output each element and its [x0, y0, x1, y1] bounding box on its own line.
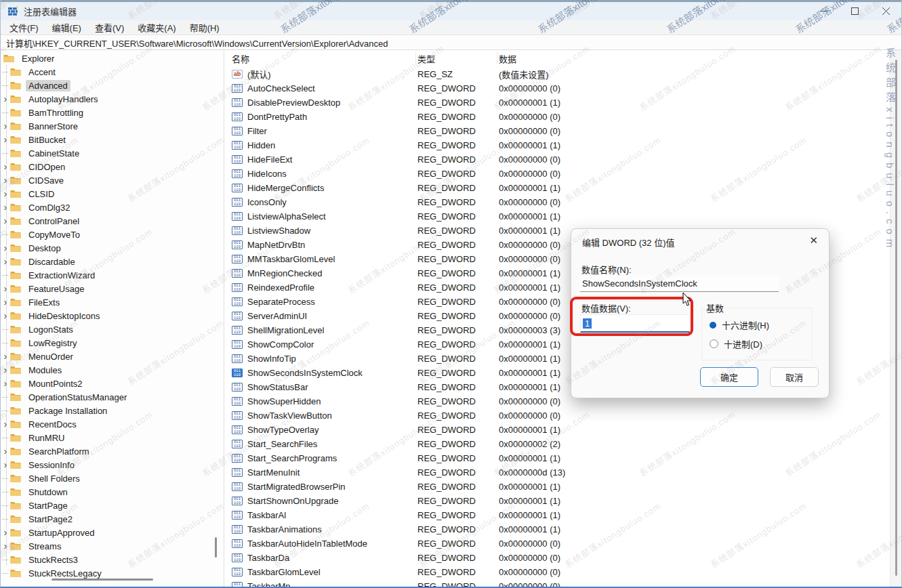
value-row-showtaskviewbutton[interactable]: 011110ShowTaskViewButtonREG_DWORD0x00000… [225, 408, 902, 423]
value-row-taskbarglomlevel[interactable]: 011110TaskbarGlomLevelREG_DWORD0x0000000… [225, 565, 902, 579]
tree-item-discardable[interactable]: ›Discardable [1, 255, 224, 268]
value-row-hidden[interactable]: 011110HiddenREG_DWORD0x00000001 (1) [225, 138, 902, 152]
tree-item-desktop[interactable]: ›Desktop [1, 241, 224, 255]
value-row--[interactable]: ab(默认)REG_SZ(数值未设置) [225, 67, 902, 81]
tree-item-cidsave[interactable]: ›CIDSave [1, 173, 224, 187]
chevron-right-icon[interactable]: › [1, 202, 10, 212]
value-row-hidefileext[interactable]: 011110HideFileExtREG_DWORD0x00000000 (0) [225, 152, 902, 167]
tree-item-copymoveto[interactable]: CopyMoveTo [1, 228, 224, 241]
chevron-right-icon[interactable]: › [1, 215, 10, 226]
menu-item[interactable]: 帮助(H) [183, 21, 226, 34]
tree-item-startpage[interactable]: StartPage [1, 499, 224, 512]
tree-item-bannerstore[interactable]: ›BannerStore [1, 119, 224, 133]
tree-vertical-scrollbar[interactable] [215, 537, 217, 558]
tree-item-fileexts[interactable]: ›FileExts [1, 295, 224, 309]
maximize-button[interactable] [839, 2, 870, 20]
tree-item-startupapproved[interactable]: ›StartupApproved [1, 526, 224, 539]
value-row-hidemergeconflicts[interactable]: 011110HideMergeConflictsREG_DWORD0x00000… [225, 181, 902, 195]
tree-item-operationstatusmanager[interactable]: OperationStatusManager [1, 390, 224, 404]
value-row-start-searchprograms[interactable]: 011110Start_SearchProgramsREG_DWORD0x000… [225, 451, 902, 465]
radio-decimal[interactable]: 十进制(D) [710, 337, 762, 350]
tree-item-modules[interactable]: ›Modules [1, 363, 224, 377]
tree-item-mountpoints2[interactable]: ›MountPoints2 [1, 377, 224, 390]
tree-item-startpage2[interactable]: StartPage2 [1, 512, 224, 526]
tree-item-recentdocs[interactable]: ›RecentDocs [1, 417, 224, 431]
tree-item-cabinetstate[interactable]: CabinetState [1, 146, 224, 160]
chevron-right-icon[interactable]: › [1, 459, 10, 469]
close-button[interactable] [870, 2, 901, 20]
chevron-right-icon[interactable]: › [1, 283, 10, 293]
chevron-right-icon[interactable]: › [1, 243, 10, 253]
tree-item-lowregistry[interactable]: LowRegistry [1, 336, 224, 350]
column-header-name[interactable]: 名称 [232, 52, 416, 64]
chevron-right-icon[interactable]: › [1, 121, 10, 131]
tree-item-explorer[interactable]: Explorer [1, 51, 224, 65]
tree-item-logonstats[interactable]: LogonStats [1, 322, 224, 336]
tree-item-featureusage[interactable]: ›FeatureUsage [1, 282, 224, 295]
tree-item-bamthrottling[interactable]: BamThrottling [1, 106, 224, 119]
minimize-button[interactable] [808, 2, 839, 20]
tree-item-bitbucket[interactable]: ›BitBucket [1, 133, 224, 146]
menu-item[interactable]: 编辑(E) [45, 21, 88, 34]
column-header-data[interactable]: 数据 [497, 52, 902, 64]
tree-item-runmru[interactable]: RunMRU [1, 431, 224, 444]
value-row-taskbarda[interactable]: 011110TaskbarDaREG_DWORD0x00000000 (0) [225, 551, 902, 565]
chevron-right-icon[interactable]: › [1, 161, 10, 171]
cancel-button[interactable]: 取消 [770, 367, 819, 387]
tree-item-stuckrects3[interactable]: StuckRects3 [1, 553, 224, 566]
value-row-start-searchfiles[interactable]: 011110Start_SearchFilesREG_DWORD0x000000… [225, 437, 902, 451]
value-row-startmigratedbrowserpin[interactable]: 011110StartMigratedBrowserPinREG_DWORD0x… [225, 480, 902, 494]
chevron-right-icon[interactable]: › [1, 297, 10, 307]
chevron-right-icon[interactable]: › [1, 134, 10, 144]
value-name-field[interactable]: ShowSecondsInSystemClock [580, 276, 779, 292]
chevron-right-icon[interactable]: › [1, 351, 10, 361]
chevron-right-icon[interactable]: › [1, 93, 10, 104]
column-header-type[interactable]: 类型 [416, 52, 497, 64]
menu-item[interactable]: 查看(V) [88, 21, 131, 34]
dialog-close-icon[interactable]: ✕ [809, 234, 818, 247]
tree-item-stuckrectslegacy[interactable]: StuckRectsLegacy [1, 566, 224, 580]
tree-item-package-installation[interactable]: Package Installation [1, 404, 224, 417]
tree-horizontal-scrollbar[interactable] [52, 579, 153, 581]
value-row-taskbarautohideintabletmode[interactable]: 011110TaskbarAutoHideInTabletModeREG_DWO… [225, 537, 902, 551]
radio-hexadecimal[interactable]: 十六进制(H) [710, 318, 769, 331]
tree-item-menuorder[interactable]: ›MenuOrder [1, 350, 224, 363]
tree-item-cidopen[interactable]: ›CIDOpen [1, 160, 224, 173]
value-row-listviewalphaselect[interactable]: 011110ListviewAlphaSelectREG_DWORD0x0000… [225, 209, 902, 224]
tree-item-searchplatform[interactable]: ›SearchPlatform [1, 444, 224, 458]
menu-item[interactable]: 文件(F) [1, 21, 45, 34]
tree-item-comdlg32[interactable]: ›ComDlg32 [1, 201, 224, 214]
tree-item-clsid[interactable]: ›CLSID [1, 187, 224, 201]
chevron-right-icon[interactable]: › [1, 310, 10, 320]
menu-item[interactable]: 收藏夹(A) [131, 21, 182, 34]
list-vertical-scrollbar[interactable] [895, 60, 897, 576]
tree-item-accent[interactable]: Accent [1, 65, 224, 79]
tree-item-sessioninfo[interactable]: ›SessionInfo [1, 458, 224, 471]
value-row-startmenuinit[interactable]: 011110StartMenuInitREG_DWORD0x0000000d (… [225, 465, 902, 480]
tree-item-shell-folders[interactable]: Shell Folders [1, 471, 224, 485]
tree-item-advanced[interactable]: Advanced [1, 79, 224, 92]
tree-item-streams[interactable]: ›Streams [1, 539, 224, 553]
chevron-right-icon[interactable]: › [1, 527, 10, 537]
chevron-right-icon[interactable]: › [1, 364, 10, 375]
chevron-right-icon[interactable]: › [1, 256, 10, 266]
value-row-taskbaranimations[interactable]: 011110TaskbarAnimationsREG_DWORD0x000000… [225, 522, 902, 537]
chevron-right-icon[interactable]: › [1, 378, 10, 388]
ok-button[interactable]: 确定 [700, 367, 758, 387]
value-row-showtypeoverlay[interactable]: 011110ShowTypeOverlayREG_DWORD0x00000001… [225, 423, 902, 437]
tree-item-extractionwizard[interactable]: ExtractionWizard [1, 268, 224, 282]
chevron-right-icon[interactable]: › [1, 188, 10, 198]
value-row-taskbarmn[interactable]: 011110TaskbarMnREG_DWORD0x00000000 (0) [225, 579, 902, 587]
value-row-startshownonupgrade[interactable]: 011110StartShownOnUpgradeREG_DWORD0x0000… [225, 494, 902, 508]
tree-item-hidedesktopicons[interactable]: ›HideDesktopIcons [1, 309, 224, 322]
chevron-right-icon[interactable]: › [1, 419, 10, 429]
address-bar[interactable]: 计算机\HKEY_CURRENT_USER\Software\Microsoft… [1, 36, 901, 50]
value-row-disablepreviewdesktop[interactable]: 011110DisablePreviewDesktopREG_DWORD0x00… [225, 96, 902, 110]
value-row-taskbaral[interactable]: 011110TaskbarAlREG_DWORD0x00000001 (1) [225, 508, 902, 522]
value-row-autocheckselect[interactable]: 011110AutoCheckSelectREG_DWORD0x00000000… [225, 81, 902, 96]
value-row-dontprettypath[interactable]: 011110DontPrettyPathREG_DWORD0x00000000 … [225, 110, 902, 124]
chevron-right-icon[interactable]: › [1, 175, 10, 185]
tree-item-autoplayhandlers[interactable]: ›AutoplayHandlers [1, 92, 224, 106]
chevron-right-icon[interactable]: › [1, 541, 10, 551]
tree-item-shutdown[interactable]: Shutdown [1, 485, 224, 499]
